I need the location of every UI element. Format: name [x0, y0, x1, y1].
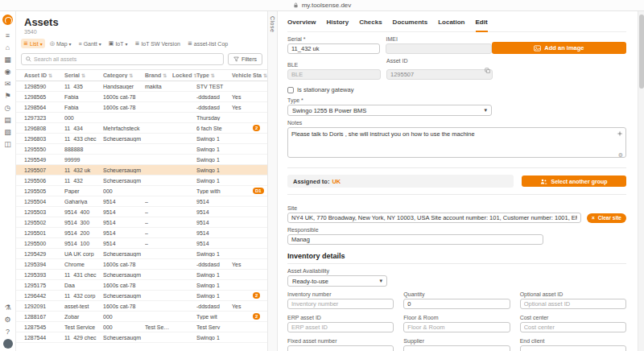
column-header-brand[interactable]: Brand⇅	[145, 72, 172, 78]
floor-room-input[interactable]	[403, 322, 510, 332]
type-select[interactable]: Swingo 1255 B Power BMS ▾	[287, 105, 492, 116]
flags-icon[interactable]: ⚑	[2, 89, 14, 101]
tab-checks[interactable]: Checks	[359, 19, 382, 32]
table-row[interactable]: 1288167Zobar000Type wit2	[16, 312, 267, 322]
cell-id: 1295394	[24, 262, 64, 267]
boards-icon[interactable]: ◫	[2, 138, 14, 150]
settings-icon[interactable]: ⚙	[2, 313, 14, 325]
table-row[interactable]: 1298565Fabia1600s cat-78-ddsdasdYes	[16, 92, 267, 102]
table-row[interactable]: 1292091asset-test1600s cat-78-ddsdasdYes	[16, 301, 267, 312]
end-client-input[interactable]	[520, 345, 626, 351]
cell-id: 1295175	[24, 283, 64, 288]
fixed-asset-number-input[interactable]	[287, 345, 394, 351]
table-row[interactable]: 12955019514_2009514–9514	[16, 228, 267, 238]
table-row[interactable]: 129859011_435HandsaugermakitaSTV TEST	[16, 81, 267, 92]
availability-field: Asset Availability Ready-to-use ▾	[287, 264, 626, 287]
toolsense-logo[interactable]	[2, 14, 13, 25]
responsible-input[interactable]	[287, 234, 543, 245]
url-text[interactable]: my.toolsense.dev	[302, 2, 352, 9]
filter-icon	[233, 56, 239, 62]
table-row[interactable]: 129644211_432 corpScheuersaugmSwingo 12	[16, 291, 267, 301]
table-row[interactable]: 1295175Daa1600s cat-78Swingo 1	[16, 280, 267, 291]
table-row[interactable]: 1295504Gahariya9514–9514	[16, 196, 267, 207]
table-row[interactable]: 129539311_431 checScheuersaugmSwingo 1	[16, 270, 267, 280]
quantity-input[interactable]	[403, 299, 510, 309]
site-input[interactable]	[287, 213, 581, 223]
table-row[interactable]: 129680311_433 checScheuersaugmSwingo 1	[16, 134, 267, 144]
view-tab-list[interactable]: ≣List▾	[21, 39, 45, 48]
view-tab-iot[interactable]: ▣IoT▾	[106, 39, 130, 48]
notes-textarea[interactable]: Please talk to Doris , she will instruct…	[287, 127, 626, 158]
assets-icon[interactable]: ▦	[2, 53, 14, 65]
table-row[interactable]: 1287545Test Service000Test ServicTest Se…	[16, 322, 267, 332]
tab-edit[interactable]: Edit	[476, 19, 488, 32]
supplier-input[interactable]	[403, 345, 510, 351]
table-row[interactable]: 129680811_434Mehrfachsteck6 fach Ste2	[16, 123, 267, 134]
select-group-button[interactable]: Select another group	[522, 176, 626, 187]
gear-icon[interactable]: ⚙	[618, 152, 623, 158]
cell-id: 1298564	[24, 105, 64, 110]
column-header-category[interactable]: Category⇅	[103, 72, 145, 78]
table-row[interactable]: 1295550888888Swingo 1	[16, 144, 267, 155]
table-row[interactable]: 1295429UA UK corpScheuersaugmSwingo 1	[16, 249, 267, 259]
imei-input[interactable]	[386, 43, 491, 54]
tab-location[interactable]: Location	[438, 19, 464, 32]
inventory-number-input[interactable]	[287, 299, 394, 309]
table-row[interactable]: 12955009514_1009514–9514	[16, 238, 267, 249]
labs-icon[interactable]: ⚗	[2, 301, 14, 313]
messages-icon[interactable]: ✉	[2, 77, 14, 89]
user-avatar[interactable]	[3, 339, 13, 349]
history-icon[interactable]: ◷	[2, 101, 14, 114]
search-input[interactable]	[34, 56, 219, 62]
ble-input[interactable]	[287, 69, 381, 80]
filters-button[interactable]: Filters	[228, 53, 262, 65]
view-tab-asset-list-cop[interactable]: ≣asset-list Cop	[185, 39, 230, 48]
clear-site-button[interactable]: × Clear site	[587, 213, 626, 223]
table-row[interactable]: 129554999999Swingo 1	[16, 155, 267, 165]
column-header-serial[interactable]: Serial⇅	[64, 72, 103, 78]
table-row[interactable]: 12955039514_4009514–9514	[16, 207, 267, 217]
serial-input[interactable]	[287, 43, 380, 54]
table-row[interactable]: 1295505Paper000Type withD1	[16, 186, 267, 196]
view-tab-map[interactable]: ◎Map▾	[47, 39, 74, 48]
asset-id-input[interactable]	[386, 69, 493, 80]
cost-center-input[interactable]	[520, 322, 626, 332]
column-header-sta[interactable]: Sta⇅	[253, 72, 267, 78]
column-header-locked[interactable]: Locked⇅	[172, 72, 196, 78]
erp-asset-id-input[interactable]	[287, 322, 394, 332]
detail-scrollbar[interactable]	[638, 11, 644, 351]
view-tab-iot-sw-version[interactable]: ≣IoT SW Version	[133, 39, 183, 48]
ai-assist-icon[interactable]	[617, 130, 623, 137]
column-header-asset-id[interactable]: Asset ID⇅	[24, 72, 64, 78]
availability-select[interactable]: Ready-to-use ▾	[287, 275, 387, 287]
home-icon[interactable]: ⌂	[2, 41, 14, 53]
table-row[interactable]: 1298564Fabia1600s cat-78-ddsdasdYes	[16, 102, 267, 113]
table-row[interactable]: 129550711_432 ukScheuersaugmSwingo 1	[16, 165, 267, 176]
view-label: asset-list Cop	[194, 41, 228, 47]
add-image-button[interactable]: Add an image	[492, 42, 626, 54]
table-row[interactable]: 128754411_429 checScheuersaugmSwingo 1	[16, 332, 267, 343]
map-icon[interactable]: ◉	[2, 65, 14, 77]
table-row[interactable]: 129550611_432ScheuersaugmSwingo 1	[16, 176, 267, 186]
tab-overview[interactable]: Overview	[287, 19, 316, 32]
help-icon[interactable]: ?	[2, 325, 14, 337]
status-badge: 2	[253, 313, 260, 320]
table-row[interactable]: 1295394Chrome1600s cat-78-ddsdasdYes	[16, 259, 267, 270]
tab-documents[interactable]: Documents	[393, 19, 428, 32]
table-row[interactable]: 1297323000Thursday	[16, 113, 267, 123]
table-row[interactable]: 12955029514_3009514–9514	[16, 217, 267, 228]
close-panel-tab[interactable]: Close	[267, 11, 278, 351]
search-box[interactable]	[21, 53, 224, 65]
view-tab-gantt[interactable]: ≡Gantt▾	[76, 39, 104, 48]
stationary-gateway-checkbox[interactable]	[287, 87, 294, 93]
assigned-group-link[interactable]: UK	[332, 178, 341, 185]
column-header-vehicle[interactable]: Vehicle⇅	[232, 72, 253, 78]
copy-icon[interactable]	[485, 68, 490, 73]
optional-asset-id-input[interactable]	[520, 299, 626, 309]
reports-icon[interactable]: ▤	[2, 114, 14, 126]
tab-history[interactable]: History	[327, 19, 349, 32]
column-header-type[interactable]: Type⇅	[196, 72, 232, 78]
menu-icon[interactable]: ≡	[2, 29, 14, 41]
scrollbar-thumb[interactable]	[639, 14, 644, 89]
analytics-icon[interactable]: ▧	[2, 126, 14, 138]
